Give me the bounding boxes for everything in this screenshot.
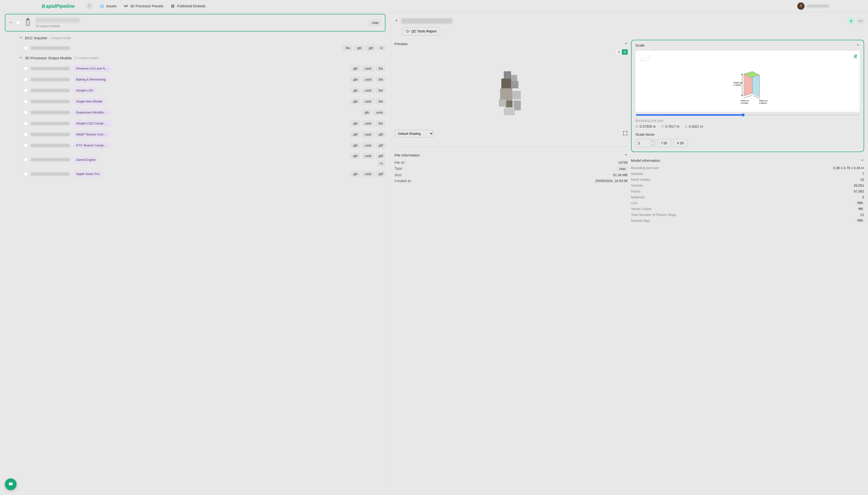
stepper-up-icon[interactable]: ▲ (651, 139, 655, 143)
chevron-up-icon[interactable] (19, 36, 22, 40)
format-chip[interactable]: .glb (350, 131, 360, 137)
chevron-up-icon[interactable] (624, 153, 628, 157)
format-chip[interactable]: +1 (377, 160, 386, 167)
format-chip[interactable]: .glb (350, 76, 360, 83)
format-chip[interactable]: .gltf (375, 171, 386, 177)
preset-chip[interactable]: Experiment Workflo… (73, 109, 110, 116)
section-dcc-header[interactable]: DCC Importer 1 output model (0, 33, 390, 43)
list-item[interactable]: Preserve UVs and N….glb.usdz.fbx (0, 63, 390, 74)
preview-mode-image-button[interactable] (616, 49, 622, 55)
scale-factor-input[interactable] (636, 139, 650, 147)
checkbox[interactable] (24, 110, 28, 115)
preset-chip[interactable]: KTX Texture Compr… (73, 142, 110, 149)
nav-assets[interactable]: Assets (100, 4, 117, 8)
format-chip[interactable]: .glb (350, 153, 360, 159)
format-chip[interactable]: .usdz (361, 171, 374, 177)
format-chip[interactable]: .glb (354, 45, 364, 51)
format-chip[interactable]: +2 (377, 45, 386, 51)
checkbox[interactable] (24, 67, 28, 70)
list-item[interactable]: .fbx.glb.gltf+2 (0, 43, 390, 53)
format-chip[interactable]: .glb (350, 65, 360, 71)
preset-chip[interactable]: Game Engine (73, 156, 99, 163)
chevron-up-icon[interactable] (624, 42, 628, 46)
list-item[interactable]: Apple Vision Pro.glb.usdz.gltf (0, 168, 390, 180)
format-chip[interactable]: .fbx (342, 45, 353, 51)
multiply-10-button[interactable]: x 10 (673, 139, 688, 147)
avatar[interactable]: T (797, 2, 804, 10)
checkbox[interactable] (16, 21, 20, 25)
fullscreen-icon[interactable] (623, 131, 628, 136)
format-chip[interactable]: .usdz (361, 87, 374, 93)
checkbox[interactable] (24, 46, 28, 50)
list-item[interactable]: KTX Texture Compr….glb.usdz.gltf (0, 140, 390, 151)
format-chip[interactable]: .usdz (361, 98, 374, 104)
preset-chip[interactable]: Simple LOD Compre… (73, 120, 112, 127)
preset-chip[interactable]: Simple LOD (73, 87, 96, 94)
preview-viewport[interactable]: Default Shading (394, 49, 627, 142)
format-chip[interactable]: .gltf (375, 142, 386, 149)
format-chip[interactable]: .gltf (375, 153, 386, 159)
format-chip[interactable]: .gltf (375, 131, 386, 137)
checkbox[interactable] (24, 122, 28, 125)
list-item[interactable]: Simple LOD Compre….glb.usdz.fbx (0, 118, 390, 129)
format-chip[interactable]: .fbx (375, 98, 386, 104)
chevron-up-icon[interactable] (856, 43, 860, 47)
format-chip[interactable]: .fbx (375, 120, 386, 126)
checkbox[interactable] (24, 78, 28, 82)
list-item[interactable]: WebP Texture Com….glb.usdz.gltf (0, 129, 390, 140)
format-chip[interactable]: .glb (350, 87, 360, 93)
section-processor-header[interactable]: 3D Processor Output Models 17 output mod… (0, 53, 390, 63)
format-chip[interactable]: .fbx (375, 65, 386, 71)
logo[interactable]: RapidPipeline (41, 3, 75, 10)
checkbox[interactable] (24, 133, 28, 136)
preview-mode-3d-button[interactable] (622, 49, 628, 55)
lightning-button[interactable] (848, 17, 855, 25)
format-chip[interactable]: .usdz (361, 120, 374, 126)
scale-slider[interactable] (636, 114, 859, 116)
chevron-right-icon[interactable] (394, 19, 398, 24)
list-item[interactable]: Simple LOD.glb.usdz.fbx (0, 85, 390, 96)
shading-select[interactable]: Default Shading (394, 130, 433, 137)
preset-chip[interactable]: Baking & Remeshing (73, 76, 109, 83)
checkbox[interactable] (24, 172, 28, 176)
info-label: Faces (631, 189, 640, 193)
checkbox[interactable] (24, 100, 28, 103)
preset-chip[interactable]: WebP Texture Com… (73, 131, 110, 138)
format-chip[interactable]: .usdz (373, 109, 386, 116)
preset-chip[interactable]: Apple Vision Pro (73, 170, 103, 177)
format-chip[interactable]: .fbx (375, 87, 386, 93)
nav-embeds[interactable]: Published Embeds (170, 4, 206, 8)
format-chip[interactable]: .usdz (361, 153, 374, 159)
chevron-up-icon[interactable] (861, 158, 864, 163)
format-chip[interactable]: .gltf (366, 45, 375, 51)
list-item[interactable]: Game Engine.glb.usdz.gltf+1 (0, 151, 390, 168)
format-chip[interactable]: .glb (361, 109, 372, 116)
list-item[interactable]: Baking & Remeshing.glb.usdz.fbx (0, 74, 390, 85)
format-chip[interactable]: .glb (350, 120, 360, 126)
divide-10-button[interactable]: / 10 (657, 139, 671, 147)
chevron-up-icon[interactable] (19, 56, 22, 60)
more-button[interactable] (857, 17, 864, 25)
format-chip[interactable]: .usdz (361, 131, 374, 137)
preset-chip[interactable]: Preserve UVs and N… (73, 65, 112, 72)
qc-tools-report-button[interactable]: QC Tools Report (402, 27, 440, 35)
format-chip[interactable]: .fbx (375, 76, 386, 83)
format-chip[interactable]: .usdz (361, 76, 374, 83)
nav-presets[interactable]: 3D Processor Presets (123, 4, 163, 8)
format-chip[interactable]: .glb (350, 98, 360, 104)
preset-chip[interactable]: Single-Item Mobile (73, 98, 106, 105)
checkbox[interactable] (24, 143, 28, 148)
list-item[interactable]: Single-Item Mobile.glb.usdz.fbx (0, 96, 390, 107)
checkbox[interactable] (24, 89, 28, 92)
chevron-up-icon[interactable] (9, 21, 13, 25)
chat-fab-button[interactable] (5, 478, 17, 490)
format-chip[interactable]: .usdz (361, 65, 374, 71)
stepper-down-icon[interactable]: ▼ (651, 143, 655, 147)
asset-header-active[interactable]: 18 output models .max (5, 14, 386, 32)
format-chip[interactable]: .usdz (361, 142, 374, 149)
help-button[interactable]: ? (86, 3, 93, 10)
list-item[interactable]: Experiment Workflo….glb.usdz (0, 107, 390, 118)
checkbox[interactable] (24, 158, 28, 161)
format-chip[interactable]: .glb (350, 171, 360, 177)
format-chip[interactable]: .glb (350, 142, 360, 149)
